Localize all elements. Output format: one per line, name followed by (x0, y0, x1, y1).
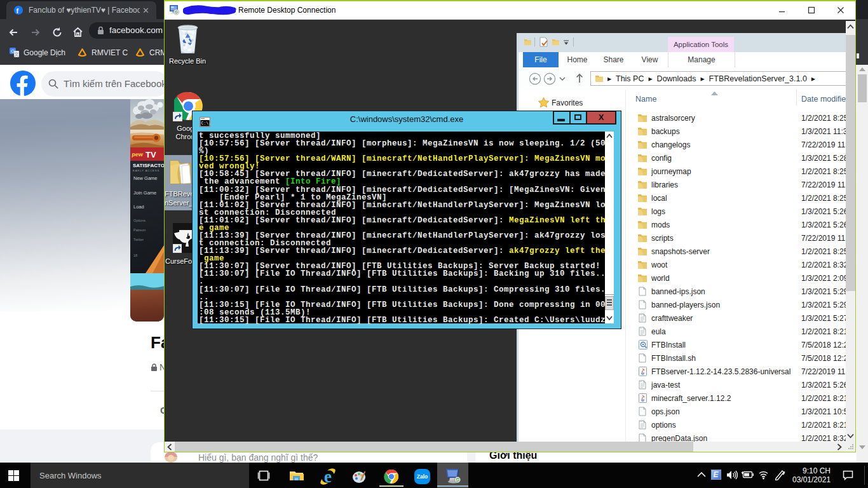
svg-text:TV: TV (146, 150, 156, 159)
svg-text:pew: pew (132, 151, 144, 158)
svg-text:文: 文 (14, 51, 19, 57)
